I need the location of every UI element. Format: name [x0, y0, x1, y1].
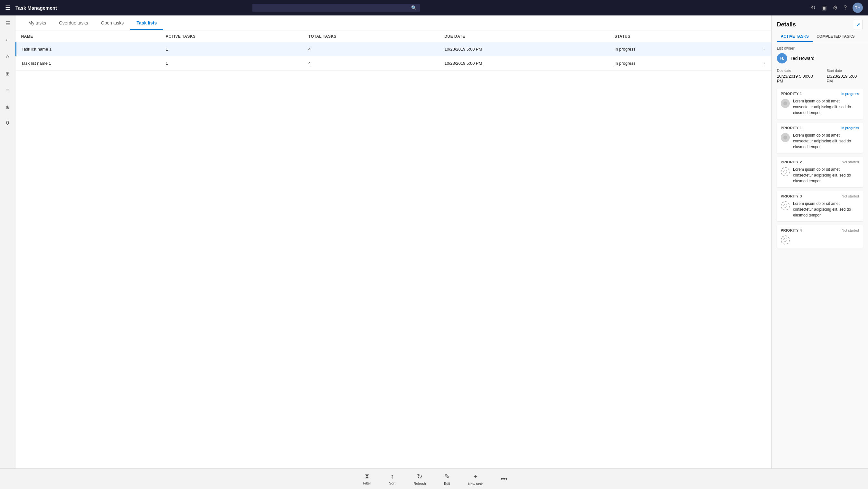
new-task-icon: ＋ [472, 472, 479, 481]
task-cards-container: PRIORITY 1 In progress Lorem ipsum dolor… [777, 89, 863, 248]
details-expand-button[interactable]: ⤢ [854, 20, 863, 29]
status-badge: Not started [842, 228, 859, 232]
due-date-item: Due date 10/23/2019 5:00:00 PM [777, 68, 819, 83]
details-tab-bar: ACTIVE TASKS COMPLETED TASKS [772, 32, 868, 42]
task-status-icon [781, 201, 790, 210]
priority-label: PRIORITY 2 [781, 160, 802, 164]
tab-bar: My tasks Overdue tasks Open tasks Task l… [16, 16, 771, 31]
tab-my-tasks[interactable]: My tasks [22, 17, 53, 30]
table-row[interactable]: Task list name 1 1 4 10/23/2019 5:00 PM … [16, 42, 772, 56]
task-card[interactable]: PRIORITY 3 Not started Lorem ipsum dolor… [777, 191, 863, 221]
row-name: Task list name 1 [16, 42, 161, 56]
refresh-nav-icon[interactable]: ↻ [811, 4, 815, 11]
app-title: Task Management [16, 5, 57, 11]
col-header-active-tasks: ACTIVE TASKS [160, 31, 303, 42]
task-card-body: Lorem ipsum dolor sit amet, consectetur … [781, 133, 859, 150]
task-status-icon [781, 99, 790, 108]
details-header: Details ⤢ [772, 16, 868, 29]
task-card-body: Lorem ipsum dolor sit amet, consectetur … [781, 98, 859, 116]
task-table: NAME ACTIVE TASKS TOTAL TASKS DUE DATE S… [16, 31, 771, 70]
new-task-label: New task [468, 482, 483, 486]
table-header-row: NAME ACTIVE TASKS TOTAL TASKS DUE DATE S… [16, 31, 772, 42]
status-badge: Not started [842, 194, 859, 198]
task-description: Lorem ipsum dolor sit amet, consectetur … [793, 201, 859, 218]
filter-button[interactable]: ⧗ Filter [361, 471, 373, 486]
sidebar-collapse-icon[interactable]: ☰ [3, 18, 13, 28]
details-body: List owner FL Ted Howard Due date 10/23/… [772, 42, 868, 468]
table-row[interactable]: Task list name 1 1 4 10/23/2019 5:00 PM … [16, 56, 772, 70]
status-badge: Not started [842, 160, 859, 164]
status-badge: In progress [841, 126, 859, 130]
more-options-icon[interactable]: ••• [501, 475, 507, 483]
due-date-label: Due date [777, 68, 819, 73]
task-card-header: PRIORITY 4 Not started [781, 228, 859, 232]
tab-open-tasks[interactable]: Open tasks [95, 17, 130, 30]
row-status: In progress [610, 56, 720, 70]
edit-button[interactable]: ✎ Edit [441, 471, 453, 487]
sidebar-back-icon[interactable]: ← [3, 35, 13, 45]
svg-point-1 [783, 136, 787, 140]
priority-label: PRIORITY 1 [781, 126, 802, 130]
search-input[interactable] [256, 5, 411, 10]
hamburger-icon[interactable]: ☰ [5, 4, 10, 11]
top-navigation: ☰ Task Management 🔍 ↻ ▣ ⚙ ? TH [0, 0, 868, 16]
main-layout: ☰ ← ⌂ ⊞ ≡ ⊕ 0 My tasks Overdue tasks Ope… [0, 16, 868, 468]
start-date-label: Start date [827, 68, 863, 73]
sidebar-home-icon[interactable]: ⌂ [3, 52, 13, 62]
status-badge: In progress [841, 92, 859, 96]
owner-avatar: FL [777, 53, 787, 63]
row-context-menu-button[interactable]: ⋮ [720, 56, 771, 70]
tab-overdue-tasks[interactable]: Overdue tasks [53, 17, 94, 30]
avatar[interactable]: TH [852, 3, 863, 13]
edit-label: Edit [444, 482, 450, 485]
col-header-due-date: DUE DATE [439, 31, 609, 42]
sort-label: Sort [389, 481, 395, 485]
refresh-button[interactable]: ↻ Refresh [411, 471, 429, 487]
row-active-tasks: 1 [160, 42, 303, 56]
task-card-body [781, 235, 859, 244]
task-card-header: PRIORITY 1 In progress [781, 92, 859, 96]
details-title: Details [777, 21, 796, 28]
task-card[interactable]: PRIORITY 1 In progress Lorem ipsum dolor… [777, 89, 863, 119]
task-description: Lorem ipsum dolor sit amet, consectetur … [793, 98, 859, 116]
col-header-status: STATUS [610, 31, 720, 42]
search-bar: 🔍 [252, 4, 420, 11]
task-list-table-area: NAME ACTIVE TASKS TOTAL TASKS DUE DATE S… [16, 31, 771, 468]
date-section: Due date 10/23/2019 5:00:00 PM Start dat… [777, 68, 863, 83]
details-tab-active-tasks[interactable]: ACTIVE TASKS [777, 32, 813, 42]
sidebar-list-icon[interactable]: ≡ [3, 85, 13, 95]
svg-point-0 [783, 102, 787, 105]
row-context-menu-button[interactable]: ⋮ [720, 42, 771, 56]
task-description: Lorem ipsum dolor sit amet, consectetur … [793, 133, 859, 150]
sidebar-apps-icon[interactable]: ⊞ [3, 68, 13, 79]
new-task-button[interactable]: ＋ New task [466, 471, 485, 487]
task-card-header: PRIORITY 2 Not started [781, 160, 859, 164]
tab-task-lists[interactable]: Task lists [130, 17, 163, 30]
task-card[interactable]: PRIORITY 4 Not started [777, 225, 863, 248]
sort-button[interactable]: ↕ Sort [386, 471, 398, 486]
task-description: Lorem ipsum dolor sit amet, consectetur … [793, 167, 859, 184]
task-card[interactable]: PRIORITY 1 In progress Lorem ipsum dolor… [777, 123, 863, 153]
help-icon[interactable]: ? [843, 4, 847, 11]
col-header-total-tasks: TOTAL TASKS [303, 31, 439, 42]
task-card-header: PRIORITY 1 In progress [781, 126, 859, 130]
start-date-value: 10/23/2019 5:00 PM [827, 74, 863, 83]
sidebar-tasks-icon[interactable]: ⊕ [3, 102, 13, 112]
task-status-icon [781, 133, 790, 142]
edit-icon: ✎ [444, 472, 450, 480]
priority-label: PRIORITY 1 [781, 92, 802, 96]
task-card-body: Lorem ipsum dolor sit amet, consectetur … [781, 167, 859, 184]
col-header-name: NAME [16, 31, 161, 42]
priority-label: PRIORITY 4 [781, 228, 802, 232]
task-card-body: Lorem ipsum dolor sit amet, consectetur … [781, 201, 859, 218]
settings-icon[interactable]: ⚙ [833, 4, 838, 11]
task-status-icon [781, 167, 790, 176]
svg-point-4 [784, 238, 787, 241]
details-tab-completed-tasks[interactable]: COMPLETED TASKS [813, 32, 858, 42]
task-status-icon [781, 235, 790, 244]
chat-icon[interactable]: ▣ [821, 4, 827, 11]
task-card[interactable]: PRIORITY 2 Not started Lorem ipsum dolor… [777, 157, 863, 187]
sort-icon: ↕ [391, 472, 394, 480]
search-icon: 🔍 [411, 5, 416, 10]
bottom-toolbar: ⧗ Filter ↕ Sort ↻ Refresh ✎ Edit ＋ New t… [0, 468, 868, 489]
